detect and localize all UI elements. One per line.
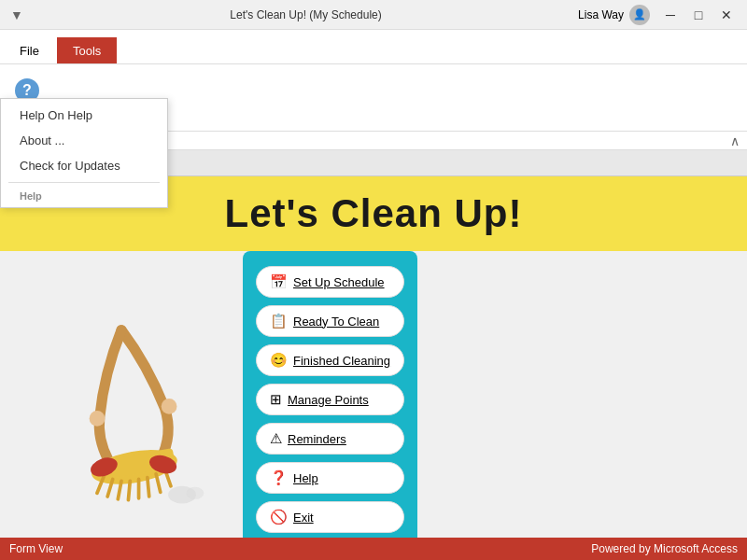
minimize-button[interactable]: ─ [657, 5, 684, 25]
avatar: 👤 [629, 5, 650, 25]
finished-cleaning-label: Finished Cleaning [293, 354, 390, 368]
help-dropdown-menu: Help On Help About ... Check for Updates… [0, 98, 168, 208]
help-button[interactable]: ❓ Help [256, 462, 404, 494]
set-up-schedule-label: Set Up Schedule [293, 275, 385, 289]
ribbon-tab-bar: File Tools [0, 30, 747, 63]
broom-illustration [28, 278, 215, 521]
user-name: Lisa Way [578, 8, 624, 21]
help-btn-icon: ❓ [270, 469, 288, 486]
exit-icon: 🚫 [270, 509, 288, 525]
about-item[interactable]: About ... [1, 128, 167, 153]
set-up-schedule-button[interactable]: 📅 Set Up Schedule [256, 266, 404, 298]
reminders-icon: ⚠ [270, 430, 282, 447]
svg-line-7 [148, 478, 149, 497]
svg-line-8 [156, 474, 161, 493]
manage-points-icon: ⊞ [270, 391, 282, 408]
menu-separator [8, 182, 160, 183]
title-bar-title: Let's Clean Up! (My Schedule) [34, 8, 578, 21]
finished-cleaning-icon: 😊 [270, 352, 288, 369]
ready-to-clean-label: Ready To Clean [293, 315, 379, 329]
help-label: Help [293, 471, 318, 485]
exit-label: Exit [293, 511, 314, 525]
check-updates-item[interactable]: Check for Updates [1, 153, 167, 178]
svg-point-14 [162, 399, 177, 414]
title-bar-user: Lisa Way 👤 [578, 5, 650, 25]
set-up-schedule-icon: 📅 [270, 273, 288, 290]
reminders-label: Reminders [288, 432, 346, 446]
broom-svg [28, 278, 215, 521]
status-right: Powered by Microsoft Access [591, 542, 738, 555]
ribbon-content: ? Help Help On Help About ... Check for … [0, 63, 747, 131]
manage-points-label: Manage Points [288, 393, 369, 407]
svg-line-5 [128, 481, 130, 499]
tab-file[interactable]: File [4, 37, 55, 63]
title-bar-controls: ─ □ ✕ [657, 5, 740, 25]
ready-to-clean-button[interactable]: 📋 Ready To Clean [256, 305, 404, 337]
header-title: Let's Clean Up! [224, 191, 522, 235]
help-on-help-item[interactable]: Help On Help [1, 103, 167, 128]
maximize-button[interactable]: □ [685, 5, 712, 25]
reminders-button[interactable]: ⚠ Reminders [256, 423, 404, 455]
status-left: Form View [9, 542, 63, 555]
ready-to-clean-icon: 📋 [270, 313, 288, 329]
finished-cleaning-button[interactable]: 😊 Finished Cleaning [256, 344, 404, 376]
close-button[interactable]: ✕ [713, 5, 740, 25]
tab-tools[interactable]: Tools [57, 37, 117, 63]
manage-points-button[interactable]: ⊞ Manage Points [256, 384, 404, 415]
ribbon: File Tools ? Help Help On Help About ...… [0, 30, 747, 150]
help-section-label: Help [1, 187, 167, 203]
svg-point-15 [90, 411, 106, 427]
menu-panel: 📅 Set Up Schedule 📋 Ready To Clean 😊 Fin… [243, 251, 417, 548]
exit-button[interactable]: 🚫 Exit [256, 501, 404, 533]
app-icon: ▼ [7, 6, 26, 24]
content-area: 📅 Set Up Schedule 📋 Ready To Clean 😊 Fin… [0, 251, 747, 548]
collapse-ribbon-button[interactable]: ∧ [730, 133, 740, 148]
svg-point-11 [187, 487, 204, 499]
title-bar: ▼ Let's Clean Up! (My Schedule) Lisa Way… [0, 0, 747, 30]
status-bar: Form View Powered by Microsoft Access [0, 538, 747, 560]
